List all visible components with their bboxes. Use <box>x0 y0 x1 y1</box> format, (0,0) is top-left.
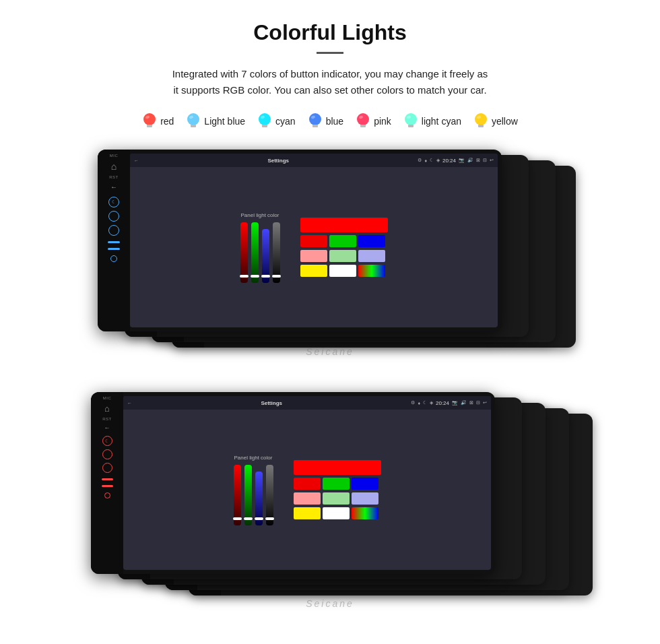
svg-rect-3 <box>147 125 152 127</box>
color-item-blue: blue <box>308 112 343 131</box>
svg-point-7 <box>259 113 271 125</box>
bulb-icon-cyan <box>257 112 272 131</box>
page: Colorful Lights Integrated with 7 colors… <box>0 0 660 641</box>
color-label-pink: pink <box>374 116 391 127</box>
bulb-icon-lightcyan <box>403 112 418 131</box>
color-item-yellow: yellow <box>473 112 518 131</box>
page-title: Colorful Lights <box>27 20 633 45</box>
color-item-pink: pink <box>356 112 391 131</box>
svg-rect-21 <box>478 125 484 127</box>
color-item-cyan: cyan <box>257 112 296 131</box>
color-item-lightcyan: light cyan <box>403 112 461 131</box>
device-group-bottom: MIC ⌂ RST MIC ⌂ RST MIC ⌂ RST <box>84 392 576 614</box>
device-sidebar-bottom: MIC ⌂ RST ← ☾ <box>91 392 123 574</box>
color-label-cyan: cyan <box>275 116 296 127</box>
panel-label-top: Panel light color <box>241 212 279 218</box>
color-label-lightcyan: light cyan <box>422 116 461 127</box>
device-card-front: MIC ⌂ RST ← ☾ ← Settings <box>98 150 502 331</box>
watermark-bottom: Seicane <box>306 598 354 609</box>
svg-point-13 <box>357 113 369 125</box>
color-item-lightblue: Light blue <box>186 112 245 131</box>
bulb-icon-red <box>142 112 157 131</box>
device-groups: MIC ⌂ RST MIC ⌂ RST <box>27 150 633 614</box>
svg-point-4 <box>187 113 199 125</box>
svg-point-0 <box>143 113 156 125</box>
device-group-top: MIC ⌂ RST MIC ⌂ RST <box>84 150 576 365</box>
svg-rect-12 <box>312 125 318 127</box>
color-indicators: red Light blue cyan <box>27 112 633 131</box>
time-bottom: 20:24 <box>436 400 449 406</box>
device-screen-top: ← Settings ⚙ ♦ ☾ ◈ 20:24 📷 🔊 ⊠ ⊟ ↩ <box>130 154 498 327</box>
settings-title-bottom: Settings <box>135 400 408 406</box>
bulb-icon-blue <box>308 112 323 131</box>
bulb-icon-pink <box>356 112 370 131</box>
svg-rect-15 <box>360 125 366 127</box>
panel-label-bottom: Panel light color <box>234 455 273 461</box>
device-card-front-bottom: MIC ⌂ RST ← ☾ ← Settings <box>91 392 495 574</box>
color-item-red: red <box>142 112 174 131</box>
device-screen-bottom: ← Settings ⚙ ♦ ☾ ◈ 20:24 📷 🔊 ⊠ ⊟ ↩ <box>123 396 491 570</box>
color-label-blue: blue <box>326 116 343 127</box>
title-divider <box>317 52 343 54</box>
color-label-yellow: yellow <box>492 116 518 127</box>
svg-point-10 <box>309 113 321 125</box>
time-top: 20:24 <box>442 158 456 164</box>
color-label-lightblue: Light blue <box>204 116 245 127</box>
svg-rect-18 <box>408 125 414 127</box>
color-label-red: red <box>160 116 174 127</box>
watermark-top: Seicane <box>306 346 354 357</box>
svg-point-19 <box>475 113 487 125</box>
subtitle-text: Integrated with 7 colors of button indic… <box>27 66 633 98</box>
settings-title-top: Settings <box>141 158 415 164</box>
bulb-icon-yellow <box>473 112 488 131</box>
svg-point-16 <box>405 113 417 125</box>
device-sidebar: MIC ⌂ RST ← ☾ <box>98 150 130 331</box>
svg-rect-6 <box>191 125 196 127</box>
bulb-icon-lightblue <box>186 112 201 131</box>
svg-rect-9 <box>262 125 267 127</box>
